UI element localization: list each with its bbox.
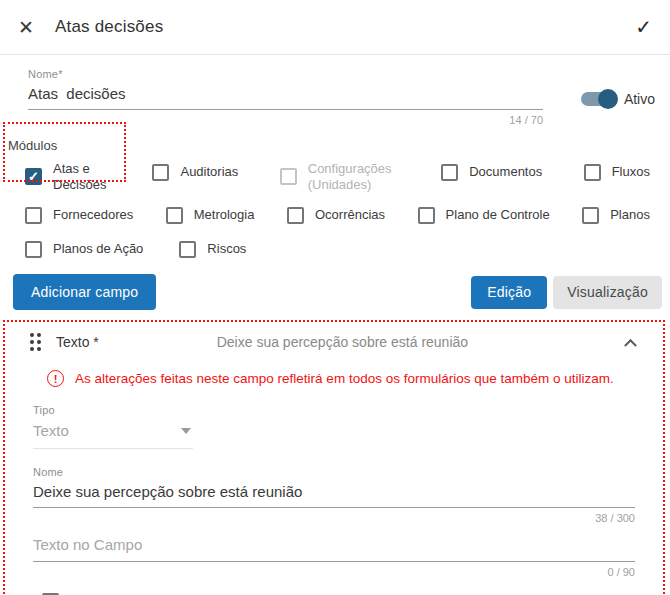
checkbox-checked[interactable]: ✓ xyxy=(25,168,42,185)
active-toggle-label: Ativo xyxy=(624,91,655,107)
module-label: Riscos xyxy=(207,241,246,257)
tipo-select-value: Texto xyxy=(33,422,69,439)
checkbox-unchecked[interactable] xyxy=(152,164,169,181)
module-checkbox-plano-de-controle[interactable]: Plano de Controle xyxy=(418,204,550,226)
modules-label: Módulos xyxy=(8,138,650,153)
module-label: Plano de Controle xyxy=(446,207,550,223)
add-field-button[interactable]: Adicionar campo xyxy=(13,274,156,310)
warning-icon: ! xyxy=(47,370,64,387)
tipo-field: Tipo Texto xyxy=(33,404,193,449)
field-card: Texto * Deixe sua percepção sobre está r… xyxy=(3,320,665,595)
checkbox-unchecked[interactable] xyxy=(179,241,196,258)
field-card-header[interactable]: Texto * Deixe sua percepção sobre está r… xyxy=(28,331,635,353)
module-checkbox-configuracoes-unidades: Configurações (Unidades) xyxy=(280,161,400,192)
module-label: Auditorias xyxy=(180,164,238,180)
field-type-label: Texto * xyxy=(56,334,99,350)
module-label: Fornecedores xyxy=(53,207,133,223)
active-toggle-group: Ativo xyxy=(581,88,655,110)
module-checkbox-fluxos[interactable]: Fluxos xyxy=(584,161,650,183)
texto-no-campo-field: Texto no Campo 0 / 90 xyxy=(33,536,635,578)
module-checkbox-atas-e-decisoes[interactable]: ✓ Atas e Decisões xyxy=(25,161,111,192)
checkbox-unchecked[interactable] xyxy=(582,207,599,224)
module-checkbox-planos[interactable]: Planos xyxy=(582,204,650,226)
toggle-thumb xyxy=(598,89,618,109)
module-label: Configurações (Unidades) xyxy=(308,161,400,192)
texto-no-campo-input[interactable]: Texto no Campo xyxy=(33,536,635,562)
checkbox-unchecked[interactable] xyxy=(584,164,601,181)
warning-row: ! As alterações feitas neste campo refle… xyxy=(47,370,635,387)
card-nome-input[interactable]: Deixe sua percepção sobre está reunião xyxy=(33,483,635,508)
warning-text: As alterações feitas neste campo refleti… xyxy=(75,371,614,386)
tipo-label: Tipo xyxy=(33,404,193,416)
module-checkbox-auditorias[interactable]: Auditorias xyxy=(152,161,238,183)
module-checkbox-fornecedores[interactable]: Fornecedores xyxy=(25,204,133,226)
dialog-header: ✕ Atas decisões ✓ xyxy=(0,0,670,55)
checkbox-unchecked[interactable] xyxy=(287,207,304,224)
module-label: Fluxos xyxy=(612,164,650,180)
name-field-label: Nome* xyxy=(28,68,543,80)
chevron-up-icon[interactable] xyxy=(624,339,637,352)
module-label: Documentos xyxy=(469,164,542,180)
checkbox-unchecked[interactable] xyxy=(418,207,435,224)
checkbox-unchecked[interactable] xyxy=(441,164,458,181)
modules-row-3: Planos de Ação Riscos xyxy=(25,238,650,260)
checkmark-icon: ✓ xyxy=(28,170,39,183)
module-label: Planos xyxy=(610,207,650,223)
tipo-select-disabled: Texto xyxy=(33,422,193,449)
module-checkbox-ocorrencias[interactable]: Ocorrências xyxy=(287,204,385,226)
confirm-check-icon[interactable]: ✓ xyxy=(635,17,652,37)
card-nome-counter: 38 / 300 xyxy=(33,512,635,524)
checkbox-unchecked[interactable] xyxy=(25,241,42,258)
page-title: Atas decisões xyxy=(55,17,163,37)
checkbox-disabled xyxy=(280,168,297,185)
texto-no-campo-counter: 0 / 90 xyxy=(33,566,635,578)
card-nome-label: Nome xyxy=(33,466,635,478)
close-icon[interactable]: ✕ xyxy=(18,18,34,37)
edit-mode-button[interactable]: Edição xyxy=(471,276,547,309)
module-label: Planos de Ação xyxy=(53,241,143,257)
module-checkbox-documentos[interactable]: Documentos xyxy=(441,161,542,183)
checkbox-unchecked[interactable] xyxy=(166,207,183,224)
checkbox-unchecked[interactable] xyxy=(25,207,42,224)
name-char-counter: 14 / 70 xyxy=(28,114,543,126)
field-card-title: Deixe sua percepção sobre está reunião xyxy=(99,334,626,350)
name-input[interactable]: Atas decisões xyxy=(28,85,543,110)
modules-row-2: Fornecedores Metrologia Ocorrências Plan… xyxy=(25,204,650,226)
view-mode-button[interactable]: Visualização xyxy=(553,276,662,309)
card-nome-field: Nome Deixe sua percepção sobre está reun… xyxy=(33,466,635,524)
active-toggle[interactable] xyxy=(581,92,615,106)
module-label: Ocorrências xyxy=(315,207,385,223)
module-label: Atas e Decisões xyxy=(53,161,111,192)
module-checkbox-planos-de-acao[interactable]: Planos de Ação xyxy=(25,238,143,260)
name-row: Nome* Atas decisões 14 / 70 Ativo xyxy=(28,68,655,126)
form-name-field: Nome* Atas decisões 14 / 70 xyxy=(28,68,543,126)
drag-handle-icon[interactable] xyxy=(28,331,43,353)
modules-section: Módulos ✓ Atas e Decisões Auditorias Con… xyxy=(0,138,670,260)
modules-row-1: ✓ Atas e Decisões Auditorias Configuraçõ… xyxy=(25,161,650,192)
dropdown-arrow-icon xyxy=(181,428,191,434)
toolbar: Adicionar campo Edição Visualização xyxy=(13,274,662,310)
module-label: Metrologia xyxy=(194,207,255,223)
module-checkbox-riscos[interactable]: Riscos xyxy=(179,238,246,260)
module-checkbox-metrologia[interactable]: Metrologia xyxy=(166,204,255,226)
